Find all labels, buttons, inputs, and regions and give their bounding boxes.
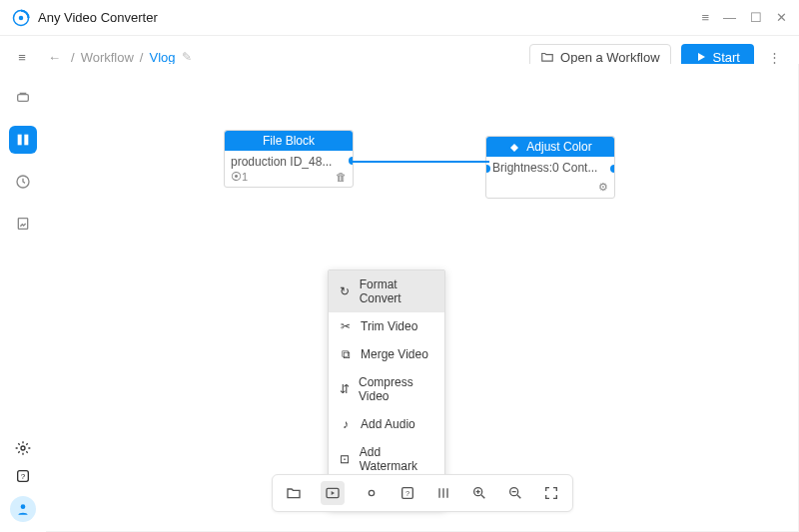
svg-rect-2 [18,95,29,102]
tb-folder[interactable] [285,484,303,502]
node-settings-icon[interactable]: ⚙ [598,181,608,194]
node-file-block-output-port[interactable] [349,157,353,165]
tb-help[interactable]: ? [399,484,416,502]
menu-item-format-convert[interactable]: ↻ Format Convert [329,270,444,312]
minimize-button[interactable]: ― [723,10,736,25]
node-file-block-body: production ID_48... [225,151,353,171]
menu-item-compress-video[interactable]: ⇵ Compress Video [329,368,444,410]
tb-fit[interactable] [542,484,560,502]
sidebar-item-workflow[interactable] [9,126,37,154]
open-workflow-label: Open a Workflow [560,50,659,65]
breadcrumb-sep: / [140,50,144,65]
sidebar-item-help[interactable]: ? [15,468,31,484]
tb-media[interactable] [321,481,345,505]
app-logo-icon [12,9,30,27]
close-button[interactable]: ✕ [776,10,787,25]
svg-rect-6 [18,219,27,230]
play-icon [695,51,707,63]
breadcrumb-current[interactable]: Vlog [149,50,175,65]
delete-node-icon[interactable]: 🗑 [336,171,347,183]
titlebar: Any Video Converter ≡ ― ☐ ✕ [0,0,799,36]
svg-rect-4 [24,135,28,146]
workflow-canvas[interactable]: File Block production ID_48... ⦿1 🗑 Adju… [46,64,799,532]
node-file-block-filename: production ID_48... [231,155,332,169]
audio-icon: ♪ [339,417,353,431]
start-label: Start [713,50,740,65]
back-button[interactable]: ← [48,50,61,65]
folder-open-icon [540,50,554,64]
watermark-icon: ⊡ [339,452,352,466]
breadcrumb-root[interactable]: Workflow [81,50,134,65]
node-adjust-color-input-port[interactable] [486,165,490,173]
settings-lines-icon[interactable]: ≡ [701,10,709,25]
tb-zoom-out[interactable] [506,484,524,502]
svg-point-10 [21,504,26,509]
node-adjust-color-summary: Brightness:0 Cont... [492,161,597,175]
breadcrumb-sep: / [71,50,75,65]
sidebar-item-history[interactable] [9,168,37,196]
node-file-block-count: ⦿1 [231,171,248,183]
node-adjust-color[interactable]: Adjust Color Brightness:0 Cont... ⚙ [485,136,615,199]
sidebar-item-tools[interactable] [9,84,37,112]
tb-columns[interactable] [434,484,452,502]
node-file-block-header: File Block [225,131,353,151]
tb-zoom-in[interactable] [470,484,488,502]
compress-icon: ⇵ [339,382,351,396]
app-title: Any Video Converter [38,10,158,25]
svg-rect-3 [18,135,22,146]
node-adjust-color-output-port[interactable] [610,165,614,173]
menu-item-trim-video[interactable]: ✂ Trim Video [329,312,444,340]
paint-bucket-icon [508,141,520,153]
node-adjust-color-body: Brightness:0 Cont... [486,157,614,181]
svg-text:?: ? [405,489,409,498]
window-controls: ≡ ― ☐ ✕ [701,10,787,25]
edit-name-icon[interactable]: ✎ [182,50,192,64]
sidebar-bottom: ? [0,440,46,522]
merge-icon: ⧉ [339,347,353,361]
menu-item-add-audio[interactable]: ♪ Add Audio [329,410,444,438]
scissors-icon: ✂ [339,319,353,333]
convert-icon: ↻ [339,284,352,298]
svg-point-1 [19,15,24,20]
sidebar-item-settings[interactable] [15,440,31,456]
menu-toggle-icon[interactable]: ≡ [10,50,34,65]
tb-link[interactable] [363,484,381,502]
sidebar-item-files[interactable] [9,210,37,238]
canvas-toolbar: ? [272,474,573,512]
svg-point-7 [21,446,25,450]
node-adjust-color-header: Adjust Color [486,137,614,157]
connection-line [352,156,489,168]
maximize-button[interactable]: ☐ [750,10,762,25]
breadcrumb: / Workflow / Vlog ✎ [71,50,192,65]
node-file-block[interactable]: File Block production ID_48... ⦿1 🗑 [224,130,354,188]
user-avatar[interactable] [10,496,36,522]
svg-text:?: ? [21,472,26,481]
context-menu: ↻ Format Convert ✂ Trim Video ⧉ Merge Vi… [328,269,445,509]
menu-item-merge-video[interactable]: ⧉ Merge Video [329,340,444,368]
